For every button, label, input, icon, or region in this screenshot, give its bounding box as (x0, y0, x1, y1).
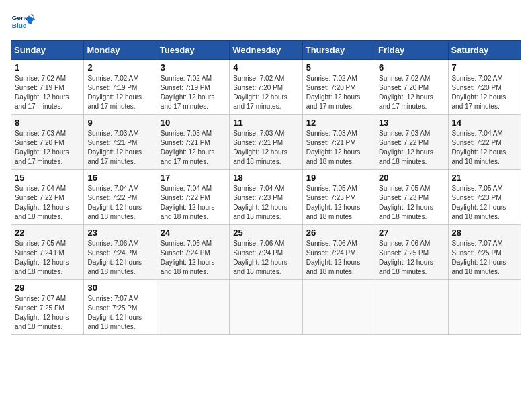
day-number: 19 (306, 173, 371, 183)
sunrise-label: Sunrise: 7:02 AM (161, 75, 212, 82)
daylight-label: Daylight: 12 hours and 17 minutes. (233, 93, 287, 110)
sunset-label: Sunset: 7:23 PM (379, 194, 429, 201)
sunset-label: Sunset: 7:24 PM (87, 249, 137, 257)
day-number: 3 (161, 62, 226, 73)
sunrise-label: Sunrise: 7:06 AM (87, 240, 138, 247)
day-number: 28 (452, 228, 517, 238)
sunrise-label: Sunrise: 7:07 AM (452, 240, 503, 247)
day-info: Sunrise: 7:04 AM Sunset: 7:23 PM Dayligh… (233, 184, 298, 222)
day-info: Sunrise: 7:05 AM Sunset: 7:23 PM Dayligh… (452, 184, 517, 222)
day-number: 9 (87, 118, 152, 128)
sunset-label: Sunset: 7:25 PM (452, 249, 502, 257)
day-number: 6 (379, 62, 444, 73)
daylight-label: Daylight: 12 hours and 18 minutes. (87, 203, 142, 220)
sunset-label: Sunset: 7:19 PM (87, 84, 137, 91)
day-info: Sunrise: 7:02 AM Sunset: 7:20 PM Dayligh… (306, 74, 371, 111)
sunset-label: Sunset: 7:19 PM (15, 84, 64, 91)
day-info: Sunrise: 7:03 AM Sunset: 7:21 PM Dayligh… (161, 129, 226, 167)
calendar-table: SundayMondayTuesdayWednesdayThursdayFrid… (11, 40, 521, 335)
daylight-label: Daylight: 12 hours and 18 minutes. (161, 259, 215, 275)
day-info: Sunrise: 7:04 AM Sunset: 7:22 PM Dayligh… (161, 184, 226, 222)
sunset-label: Sunset: 7:21 PM (233, 139, 283, 146)
day-info: Sunrise: 7:03 AM Sunset: 7:21 PM Dayligh… (306, 129, 371, 167)
day-number: 25 (233, 228, 298, 238)
sunrise-label: Sunrise: 7:02 AM (87, 75, 138, 82)
daylight-label: Daylight: 12 hours and 18 minutes. (15, 259, 69, 275)
sunrise-label: Sunrise: 7:03 AM (233, 130, 284, 137)
daylight-label: Daylight: 12 hours and 18 minutes. (379, 259, 433, 275)
day-number: 21 (452, 173, 517, 183)
day-number: 23 (87, 228, 152, 238)
sunset-label: Sunset: 7:22 PM (379, 139, 429, 146)
sunrise-label: Sunrise: 7:06 AM (306, 240, 357, 247)
sunrise-label: Sunrise: 7:03 AM (87, 130, 138, 137)
daylight-label: Daylight: 12 hours and 17 minutes. (161, 93, 215, 110)
sunset-label: Sunset: 7:22 PM (452, 139, 502, 146)
day-info: Sunrise: 7:02 AM Sunset: 7:19 PM Dayligh… (15, 74, 80, 111)
daylight-label: Daylight: 12 hours and 17 minutes. (87, 148, 142, 165)
calendar-day-17: 17 Sunrise: 7:04 AM Sunset: 7:22 PM Dayl… (157, 170, 229, 225)
sunrise-label: Sunrise: 7:05 AM (15, 240, 66, 247)
day-number: 20 (379, 173, 444, 183)
sunrise-label: Sunrise: 7:06 AM (233, 240, 284, 247)
sunrise-label: Sunrise: 7:03 AM (306, 130, 357, 137)
daylight-label: Daylight: 12 hours and 18 minutes. (452, 203, 506, 220)
calendar-day-23: 23 Sunrise: 7:06 AM Sunset: 7:24 PM Dayl… (84, 225, 157, 280)
daylight-label: Daylight: 12 hours and 18 minutes. (233, 203, 287, 220)
empty-cell (302, 280, 375, 335)
day-number: 16 (87, 173, 152, 183)
svg-text:Blue: Blue (12, 21, 27, 29)
daylight-label: Daylight: 12 hours and 18 minutes. (87, 314, 142, 330)
header: General Blue (11, 11, 521, 35)
day-number: 27 (379, 228, 444, 238)
day-info: Sunrise: 7:02 AM Sunset: 7:20 PM Dayligh… (233, 74, 298, 111)
logo-icon: General Blue (11, 11, 35, 35)
calendar-day-22: 22 Sunrise: 7:05 AM Sunset: 7:24 PM Dayl… (11, 225, 84, 280)
day-info: Sunrise: 7:03 AM Sunset: 7:22 PM Dayligh… (379, 129, 444, 167)
daylight-label: Daylight: 12 hours and 18 minutes. (233, 259, 287, 275)
sunset-label: Sunset: 7:20 PM (233, 84, 283, 91)
sunrise-label: Sunrise: 7:02 AM (233, 75, 284, 82)
day-info: Sunrise: 7:04 AM Sunset: 7:22 PM Dayligh… (15, 184, 80, 222)
calendar-day-2: 2 Sunrise: 7:02 AM Sunset: 7:19 PM Dayli… (84, 60, 157, 115)
calendar-week-3: 15 Sunrise: 7:04 AM Sunset: 7:22 PM Dayl… (11, 170, 521, 225)
sunrise-label: Sunrise: 7:07 AM (87, 295, 138, 302)
day-info: Sunrise: 7:02 AM Sunset: 7:19 PM Dayligh… (87, 74, 152, 111)
calendar-day-6: 6 Sunrise: 7:02 AM Sunset: 7:20 PM Dayli… (375, 60, 448, 115)
calendar-day-21: 21 Sunrise: 7:05 AM Sunset: 7:23 PM Dayl… (448, 170, 521, 225)
calendar-day-29: 29 Sunrise: 7:07 AM Sunset: 7:25 PM Dayl… (11, 280, 84, 335)
day-info: Sunrise: 7:06 AM Sunset: 7:24 PM Dayligh… (306, 239, 371, 277)
sunset-label: Sunset: 7:20 PM (15, 139, 64, 146)
sunset-label: Sunset: 7:23 PM (306, 194, 356, 201)
day-info: Sunrise: 7:06 AM Sunset: 7:24 PM Dayligh… (233, 239, 298, 277)
day-info: Sunrise: 7:07 AM Sunset: 7:25 PM Dayligh… (15, 294, 80, 332)
daylight-label: Daylight: 12 hours and 18 minutes. (379, 203, 433, 220)
sunset-label: Sunset: 7:25 PM (15, 304, 64, 312)
day-info: Sunrise: 7:04 AM Sunset: 7:22 PM Dayligh… (452, 129, 517, 167)
day-number: 4 (233, 62, 298, 73)
calendar-day-13: 13 Sunrise: 7:03 AM Sunset: 7:22 PM Dayl… (375, 115, 448, 170)
sunset-label: Sunset: 7:21 PM (87, 139, 137, 146)
sunset-label: Sunset: 7:22 PM (15, 194, 64, 201)
day-info: Sunrise: 7:06 AM Sunset: 7:25 PM Dayligh… (379, 239, 444, 277)
sunset-label: Sunset: 7:23 PM (233, 194, 283, 201)
daylight-label: Daylight: 12 hours and 18 minutes. (306, 203, 361, 220)
sunset-label: Sunset: 7:24 PM (161, 249, 210, 257)
calendar-day-7: 7 Sunrise: 7:02 AM Sunset: 7:20 PM Dayli… (448, 60, 521, 115)
column-header-tuesday: Tuesday (157, 41, 229, 60)
sunrise-label: Sunrise: 7:02 AM (379, 75, 430, 82)
day-number: 11 (233, 118, 298, 128)
sunrise-label: Sunrise: 7:03 AM (15, 130, 66, 137)
sunrise-label: Sunrise: 7:06 AM (161, 240, 212, 247)
daylight-label: Daylight: 12 hours and 18 minutes. (306, 259, 361, 275)
sunrise-label: Sunrise: 7:04 AM (161, 185, 212, 192)
sunset-label: Sunset: 7:24 PM (233, 249, 283, 257)
empty-cell (230, 280, 302, 335)
calendar-day-8: 8 Sunrise: 7:03 AM Sunset: 7:20 PM Dayli… (11, 115, 84, 170)
calendar-day-4: 4 Sunrise: 7:02 AM Sunset: 7:20 PM Dayli… (230, 60, 302, 115)
daylight-label: Daylight: 12 hours and 18 minutes. (15, 203, 69, 220)
sunset-label: Sunset: 7:22 PM (87, 194, 137, 201)
sunset-label: Sunset: 7:25 PM (87, 304, 137, 312)
sunrise-label: Sunrise: 7:04 AM (452, 130, 503, 137)
daylight-label: Daylight: 12 hours and 18 minutes. (161, 203, 215, 220)
